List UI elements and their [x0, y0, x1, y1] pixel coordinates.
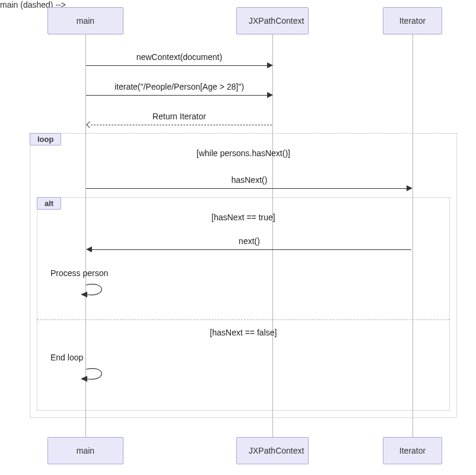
- message-label: iterate("/People/Person[Age > 28]"): [86, 82, 272, 91]
- self-arrow-icon: [77, 280, 113, 304]
- message-arrow: [92, 249, 411, 250]
- message-label: Process person: [50, 268, 108, 278]
- participant-label: Iterator: [399, 446, 426, 455]
- participant-label: JXPathContext: [249, 446, 304, 455]
- participant-main-top: main: [47, 7, 123, 34]
- svg-marker-1: [81, 376, 87, 382]
- message-label: newContext(document): [86, 52, 272, 62]
- participant-jxpathcontext-top: JXPathContext: [236, 7, 309, 34]
- participant-label: main: [77, 446, 94, 455]
- loop-condition: [while persons.hasNext()]: [30, 148, 457, 158]
- message-arrow: [86, 65, 267, 66]
- alt-condition-false: [hasNext == false]: [37, 328, 450, 337]
- alt-divider: [37, 319, 450, 320]
- arrowhead-icon: [407, 185, 412, 191]
- message-label: End loop: [50, 353, 83, 362]
- message-label: next(): [86, 236, 412, 246]
- message-label: Return Iterator: [86, 112, 272, 121]
- arrowhead-icon: [267, 92, 273, 98]
- alt-label: alt: [37, 197, 61, 210]
- arrowhead-icon: [86, 246, 92, 252]
- self-arrow-icon: [77, 365, 113, 388]
- message-arrow-dashed: [91, 125, 272, 125]
- participant-label: JXPathContext: [249, 16, 304, 26]
- loop-label: loop: [30, 133, 61, 145]
- participant-iterator-bottom: Iterator: [383, 437, 442, 464]
- arrowhead-icon: [267, 62, 273, 68]
- message-label: hasNext(): [86, 175, 412, 185]
- message-arrow: [86, 95, 267, 96]
- participant-main-bottom: main: [47, 437, 123, 464]
- participant-label: Iterator: [399, 16, 426, 26]
- svg-marker-0: [81, 292, 87, 297]
- alt-condition-true: [hasNext == true]: [37, 213, 450, 222]
- participant-label: main: [77, 16, 94, 26]
- arrowhead-icon: [86, 121, 93, 128]
- participant-jxpathcontext-bottom: JXPathContext: [236, 437, 309, 464]
- participant-iterator-top: Iterator: [383, 7, 442, 34]
- message-arrow: [86, 188, 407, 189]
